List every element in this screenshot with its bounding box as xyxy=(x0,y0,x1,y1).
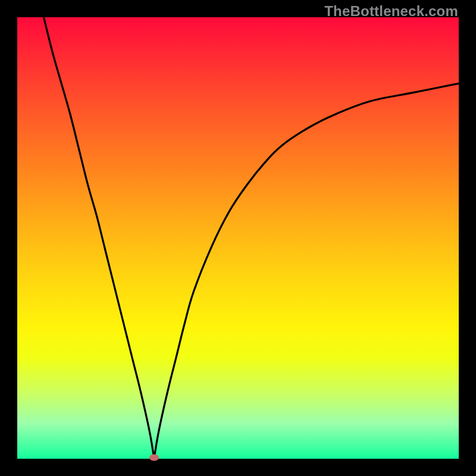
minimum-marker xyxy=(149,455,159,461)
bottleneck-curve xyxy=(17,17,459,459)
chart-frame: TheBottleneck.com xyxy=(0,0,476,476)
plot-area xyxy=(17,17,459,459)
